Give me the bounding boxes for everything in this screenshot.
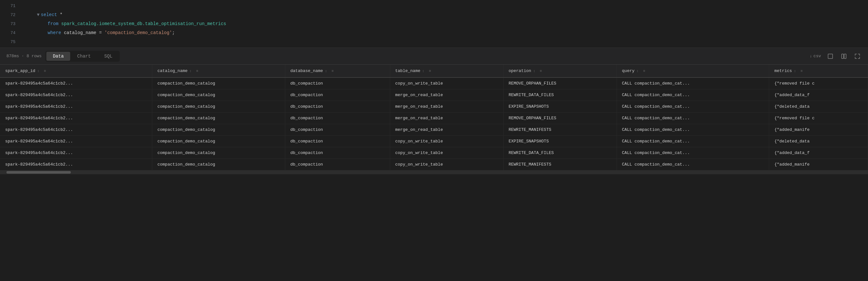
cell-query: CALL compaction_demo_cat... <box>617 136 769 147</box>
filter-query-icon[interactable]: ≡ <box>643 69 645 73</box>
cell-catalog_name: compaction_demo_catalog <box>152 112 285 124</box>
sort-table-name-icon[interactable]: ↕ <box>423 69 425 73</box>
cell-catalog_name: compaction_demo_catalog <box>152 147 285 159</box>
col-metrics-label: metrics <box>774 68 792 73</box>
table-row[interactable]: spark-829495a4c5a64c1cb2...compaction_de… <box>0 136 868 147</box>
cell-table_name: copy_on_write_table <box>390 147 503 159</box>
cell-database_name: db_compaction <box>285 147 390 159</box>
cell-operation: REWRITE_MANIFESTS <box>503 159 617 170</box>
query-stats: 878ms · 8 rows <box>6 54 41 59</box>
table-row[interactable]: spark-829495a4c5a64c1cb2...compaction_de… <box>0 124 868 136</box>
cell-spark_app_id: spark-829495a4c5a64c1cb2... <box>0 101 152 112</box>
cell-database_name: db_compaction <box>285 101 390 112</box>
cell-database_name: db_compaction <box>285 159 390 170</box>
sort-operation-icon[interactable]: ↕ <box>533 69 535 73</box>
cell-query: CALL compaction_demo_cat... <box>617 101 769 112</box>
cell-spark_app_id: spark-829495a4c5a64c1cb2... <box>0 147 152 159</box>
filter-table-name-icon[interactable]: ≡ <box>429 69 431 73</box>
cell-query: CALL compaction_demo_cat... <box>617 112 769 124</box>
code-editor: 71 72 ▼select * 73 from spark_catalog.io… <box>0 0 868 48</box>
svg-rect-0 <box>828 54 833 59</box>
sort-spark-app-id-icon[interactable]: ↕ <box>37 69 40 73</box>
cell-spark_app_id: spark-829495a4c5a64c1cb2... <box>0 124 152 136</box>
cell-table_name: merge_on_read_table <box>390 90 503 101</box>
toolbar-right: ↓ csv <box>810 52 862 61</box>
col-table-name: table_name ↕ ≡ <box>390 65 503 77</box>
cell-operation: REWRITE_DATA_FILES <box>503 147 617 159</box>
filter-operation-icon[interactable]: ≡ <box>539 69 542 73</box>
cell-operation: REMOVE_ORPHAN_FILES <box>503 112 617 124</box>
cell-operation: EXPIRE_SNAPSHOTS <box>503 136 617 147</box>
filter-metrics-icon[interactable]: ≡ <box>800 69 803 73</box>
table-row[interactable]: spark-829495a4c5a64c1cb2...compaction_de… <box>0 90 868 101</box>
toolbar-left: 878ms · 8 rows Data Chart SQL <box>6 51 120 62</box>
cell-table_name: copy_on_write_table <box>390 159 503 170</box>
cell-operation: REMOVE_ORPHAN_FILES <box>503 77 617 90</box>
cell-spark_app_id: spark-829495a4c5a64c1cb2... <box>0 90 152 101</box>
cell-query: CALL compaction_demo_cat... <box>617 147 769 159</box>
filter-catalog-name-icon[interactable]: ≡ <box>196 69 198 73</box>
col-catalog-name: catalog_name ↕ ≡ <box>152 65 285 77</box>
table-body: spark-829495a4c5a64c1cb2...compaction_de… <box>0 77 868 170</box>
cell-operation: REWRITE_DATA_FILES <box>503 90 617 101</box>
col-metrics: metrics ↕ ≡ <box>769 65 868 77</box>
cell-spark_app_id: spark-829495a4c5a64c1cb2... <box>0 159 152 170</box>
cell-catalog_name: compaction_demo_catalog <box>152 101 285 112</box>
scrollbar-thumb[interactable] <box>6 171 71 174</box>
cell-operation: EXPIRE_SNAPSHOTS <box>503 101 617 112</box>
cell-spark_app_id: spark-829495a4c5a64c1cb2... <box>0 136 152 147</box>
filter-spark-app-id-icon[interactable]: ≡ <box>44 69 46 73</box>
cell-metrics: {"deleted_data <box>769 101 868 112</box>
download-csv-button[interactable]: ↓ csv <box>810 54 821 59</box>
result-toolbar: 878ms · 8 rows Data Chart SQL ↓ csv <box>0 48 868 65</box>
cell-database_name: db_compaction <box>285 90 390 101</box>
tab-chart[interactable]: Chart <box>71 52 97 61</box>
cell-metrics: {"added_manife <box>769 159 868 170</box>
cell-query: CALL compaction_demo_cat... <box>617 90 769 101</box>
cell-table_name: copy_on_write_table <box>390 77 503 90</box>
col-operation: operation ↕ ≡ <box>503 65 617 77</box>
results-table: spark_app_id ↕ ≡ catalog_name ↕ ≡ databa… <box>0 65 868 170</box>
cell-catalog_name: compaction_demo_catalog <box>152 124 285 136</box>
tab-data[interactable]: Data <box>46 52 70 61</box>
table-row[interactable]: spark-829495a4c5a64c1cb2...compaction_de… <box>0 159 868 170</box>
svg-rect-2 <box>844 54 846 59</box>
col-spark-app-id: spark_app_id ↕ ≡ <box>0 65 152 77</box>
cell-database_name: db_compaction <box>285 77 390 90</box>
cell-query: CALL compaction_demo_cat... <box>617 124 769 136</box>
cell-catalog_name: compaction_demo_catalog <box>152 90 285 101</box>
filter-database-name-icon[interactable]: ≡ <box>332 69 334 73</box>
cell-metrics: {"removed file c <box>769 77 868 90</box>
col-operation-label: operation <box>509 68 531 73</box>
sort-database-name-icon[interactable]: ↕ <box>325 69 327 73</box>
table-header: spark_app_id ↕ ≡ catalog_name ↕ ≡ databa… <box>0 65 868 77</box>
cell-metrics: {"added_data_f <box>769 147 868 159</box>
horizontal-scrollbar[interactable] <box>0 170 868 174</box>
cell-database_name: db_compaction <box>285 136 390 147</box>
layout-split-button[interactable] <box>840 52 848 61</box>
cell-metrics: {"added_data_f <box>769 90 868 101</box>
expand-button[interactable] <box>853 52 862 61</box>
table-row[interactable]: spark-829495a4c5a64c1cb2...compaction_de… <box>0 147 868 159</box>
svg-rect-1 <box>842 54 843 59</box>
single-panel-icon <box>828 54 833 59</box>
cell-catalog_name: compaction_demo_catalog <box>152 77 285 90</box>
cell-spark_app_id: spark-829495a4c5a64c1cb2... <box>0 112 152 124</box>
col-spark-app-id-label: spark_app_id <box>5 68 35 73</box>
col-catalog-name-label: catalog_name <box>157 68 188 73</box>
tab-sql[interactable]: SQL <box>98 52 119 61</box>
table-row[interactable]: spark-829495a4c5a64c1cb2...compaction_de… <box>0 77 868 90</box>
sort-metrics-icon[interactable]: ↕ <box>794 69 796 73</box>
layout-single-button[interactable] <box>826 52 835 61</box>
table-row[interactable]: spark-829495a4c5a64c1cb2...compaction_de… <box>0 112 868 124</box>
col-query-label: query <box>622 68 634 73</box>
cell-database_name: db_compaction <box>285 124 390 136</box>
sort-query-icon[interactable]: ↕ <box>637 69 639 73</box>
cell-metrics: {"removed file c <box>769 112 868 124</box>
col-table-name-label: table_name <box>395 68 421 73</box>
results-table-container[interactable]: spark_app_id ↕ ≡ catalog_name ↕ ≡ databa… <box>0 65 868 281</box>
sort-catalog-name-icon[interactable]: ↕ <box>190 69 192 73</box>
table-row[interactable]: spark-829495a4c5a64c1cb2...compaction_de… <box>0 101 868 112</box>
cell-metrics: {"added_manife <box>769 124 868 136</box>
cell-catalog_name: compaction_demo_catalog <box>152 136 285 147</box>
